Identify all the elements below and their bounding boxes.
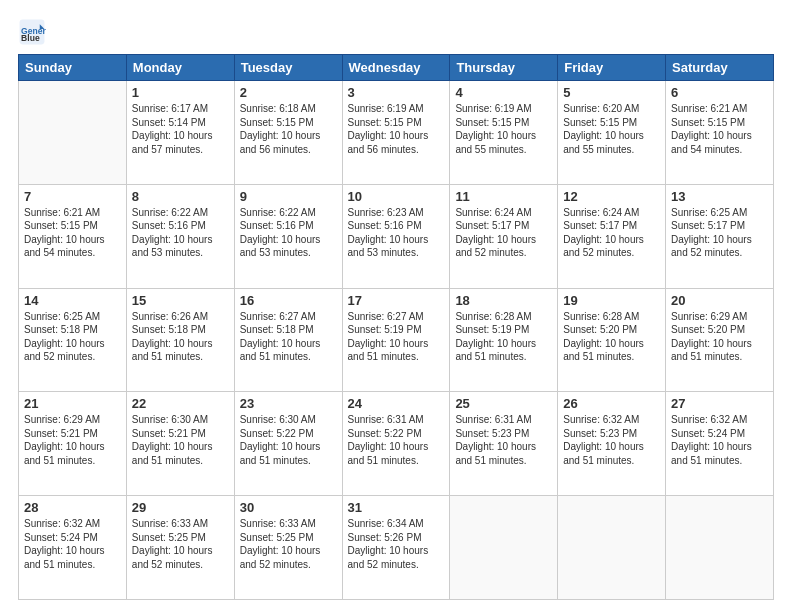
calendar-cell: 30Sunrise: 6:33 AM Sunset: 5:25 PM Dayli… — [234, 496, 342, 600]
day-info: Sunrise: 6:28 AM Sunset: 5:20 PM Dayligh… — [563, 310, 660, 364]
calendar-cell: 1Sunrise: 6:17 AM Sunset: 5:14 PM Daylig… — [126, 81, 234, 185]
calendar-week-row: 1Sunrise: 6:17 AM Sunset: 5:14 PM Daylig… — [19, 81, 774, 185]
weekday-header-monday: Monday — [126, 55, 234, 81]
calendar-cell: 29Sunrise: 6:33 AM Sunset: 5:25 PM Dayli… — [126, 496, 234, 600]
day-number: 19 — [563, 293, 660, 308]
day-info: Sunrise: 6:30 AM Sunset: 5:21 PM Dayligh… — [132, 413, 229, 467]
day-number: 8 — [132, 189, 229, 204]
day-info: Sunrise: 6:23 AM Sunset: 5:16 PM Dayligh… — [348, 206, 445, 260]
logo-icon: General Blue — [18, 18, 46, 46]
day-number: 5 — [563, 85, 660, 100]
day-number: 20 — [671, 293, 768, 308]
weekday-header-sunday: Sunday — [19, 55, 127, 81]
day-number: 7 — [24, 189, 121, 204]
day-info: Sunrise: 6:22 AM Sunset: 5:16 PM Dayligh… — [240, 206, 337, 260]
day-number: 22 — [132, 396, 229, 411]
day-number: 11 — [455, 189, 552, 204]
day-info: Sunrise: 6:32 AM Sunset: 5:23 PM Dayligh… — [563, 413, 660, 467]
weekday-header-tuesday: Tuesday — [234, 55, 342, 81]
day-number: 24 — [348, 396, 445, 411]
calendar-cell: 10Sunrise: 6:23 AM Sunset: 5:16 PM Dayli… — [342, 184, 450, 288]
calendar-cell — [19, 81, 127, 185]
day-number: 30 — [240, 500, 337, 515]
calendar-week-row: 7Sunrise: 6:21 AM Sunset: 5:15 PM Daylig… — [19, 184, 774, 288]
day-number: 29 — [132, 500, 229, 515]
calendar-week-row: 28Sunrise: 6:32 AM Sunset: 5:24 PM Dayli… — [19, 496, 774, 600]
weekday-header-wednesday: Wednesday — [342, 55, 450, 81]
day-info: Sunrise: 6:24 AM Sunset: 5:17 PM Dayligh… — [563, 206, 660, 260]
calendar-cell: 22Sunrise: 6:30 AM Sunset: 5:21 PM Dayli… — [126, 392, 234, 496]
calendar-week-row: 14Sunrise: 6:25 AM Sunset: 5:18 PM Dayli… — [19, 288, 774, 392]
day-info: Sunrise: 6:21 AM Sunset: 5:15 PM Dayligh… — [671, 102, 768, 156]
logo: General Blue — [18, 18, 50, 46]
day-number: 15 — [132, 293, 229, 308]
calendar-cell — [558, 496, 666, 600]
day-number: 16 — [240, 293, 337, 308]
day-number: 6 — [671, 85, 768, 100]
day-info: Sunrise: 6:31 AM Sunset: 5:23 PM Dayligh… — [455, 413, 552, 467]
day-number: 10 — [348, 189, 445, 204]
calendar-cell: 27Sunrise: 6:32 AM Sunset: 5:24 PM Dayli… — [666, 392, 774, 496]
day-info: Sunrise: 6:19 AM Sunset: 5:15 PM Dayligh… — [348, 102, 445, 156]
calendar-cell: 16Sunrise: 6:27 AM Sunset: 5:18 PM Dayli… — [234, 288, 342, 392]
weekday-header-friday: Friday — [558, 55, 666, 81]
calendar-cell: 25Sunrise: 6:31 AM Sunset: 5:23 PM Dayli… — [450, 392, 558, 496]
day-info: Sunrise: 6:25 AM Sunset: 5:18 PM Dayligh… — [24, 310, 121, 364]
calendar-cell: 28Sunrise: 6:32 AM Sunset: 5:24 PM Dayli… — [19, 496, 127, 600]
calendar-cell: 17Sunrise: 6:27 AM Sunset: 5:19 PM Dayli… — [342, 288, 450, 392]
svg-text:Blue: Blue — [21, 33, 40, 43]
day-number: 25 — [455, 396, 552, 411]
calendar-cell: 12Sunrise: 6:24 AM Sunset: 5:17 PM Dayli… — [558, 184, 666, 288]
page: General Blue SundayMondayTuesdayWednesda… — [0, 0, 792, 612]
day-info: Sunrise: 6:21 AM Sunset: 5:15 PM Dayligh… — [24, 206, 121, 260]
day-info: Sunrise: 6:29 AM Sunset: 5:20 PM Dayligh… — [671, 310, 768, 364]
header: General Blue — [18, 18, 774, 46]
day-info: Sunrise: 6:24 AM Sunset: 5:17 PM Dayligh… — [455, 206, 552, 260]
day-info: Sunrise: 6:34 AM Sunset: 5:26 PM Dayligh… — [348, 517, 445, 571]
day-number: 14 — [24, 293, 121, 308]
calendar-cell: 31Sunrise: 6:34 AM Sunset: 5:26 PM Dayli… — [342, 496, 450, 600]
day-number: 31 — [348, 500, 445, 515]
day-info: Sunrise: 6:26 AM Sunset: 5:18 PM Dayligh… — [132, 310, 229, 364]
day-info: Sunrise: 6:33 AM Sunset: 5:25 PM Dayligh… — [132, 517, 229, 571]
calendar-cell: 14Sunrise: 6:25 AM Sunset: 5:18 PM Dayli… — [19, 288, 127, 392]
calendar-cell: 13Sunrise: 6:25 AM Sunset: 5:17 PM Dayli… — [666, 184, 774, 288]
day-number: 27 — [671, 396, 768, 411]
calendar-cell: 2Sunrise: 6:18 AM Sunset: 5:15 PM Daylig… — [234, 81, 342, 185]
day-number: 4 — [455, 85, 552, 100]
day-info: Sunrise: 6:28 AM Sunset: 5:19 PM Dayligh… — [455, 310, 552, 364]
day-info: Sunrise: 6:30 AM Sunset: 5:22 PM Dayligh… — [240, 413, 337, 467]
calendar-cell: 15Sunrise: 6:26 AM Sunset: 5:18 PM Dayli… — [126, 288, 234, 392]
calendar-cell: 18Sunrise: 6:28 AM Sunset: 5:19 PM Dayli… — [450, 288, 558, 392]
day-info: Sunrise: 6:25 AM Sunset: 5:17 PM Dayligh… — [671, 206, 768, 260]
day-number: 28 — [24, 500, 121, 515]
calendar-cell: 5Sunrise: 6:20 AM Sunset: 5:15 PM Daylig… — [558, 81, 666, 185]
day-info: Sunrise: 6:32 AM Sunset: 5:24 PM Dayligh… — [671, 413, 768, 467]
day-info: Sunrise: 6:19 AM Sunset: 5:15 PM Dayligh… — [455, 102, 552, 156]
day-number: 23 — [240, 396, 337, 411]
calendar-cell: 23Sunrise: 6:30 AM Sunset: 5:22 PM Dayli… — [234, 392, 342, 496]
day-info: Sunrise: 6:31 AM Sunset: 5:22 PM Dayligh… — [348, 413, 445, 467]
calendar-cell: 6Sunrise: 6:21 AM Sunset: 5:15 PM Daylig… — [666, 81, 774, 185]
calendar-cell — [666, 496, 774, 600]
day-info: Sunrise: 6:29 AM Sunset: 5:21 PM Dayligh… — [24, 413, 121, 467]
calendar-cell: 8Sunrise: 6:22 AM Sunset: 5:16 PM Daylig… — [126, 184, 234, 288]
calendar-cell: 21Sunrise: 6:29 AM Sunset: 5:21 PM Dayli… — [19, 392, 127, 496]
day-number: 1 — [132, 85, 229, 100]
calendar-cell: 20Sunrise: 6:29 AM Sunset: 5:20 PM Dayli… — [666, 288, 774, 392]
calendar-cell: 4Sunrise: 6:19 AM Sunset: 5:15 PM Daylig… — [450, 81, 558, 185]
calendar-cell: 3Sunrise: 6:19 AM Sunset: 5:15 PM Daylig… — [342, 81, 450, 185]
day-number: 17 — [348, 293, 445, 308]
calendar-cell: 9Sunrise: 6:22 AM Sunset: 5:16 PM Daylig… — [234, 184, 342, 288]
day-number: 3 — [348, 85, 445, 100]
day-info: Sunrise: 6:33 AM Sunset: 5:25 PM Dayligh… — [240, 517, 337, 571]
weekday-header-thursday: Thursday — [450, 55, 558, 81]
day-info: Sunrise: 6:17 AM Sunset: 5:14 PM Dayligh… — [132, 102, 229, 156]
calendar-table: SundayMondayTuesdayWednesdayThursdayFrid… — [18, 54, 774, 600]
calendar-week-row: 21Sunrise: 6:29 AM Sunset: 5:21 PM Dayli… — [19, 392, 774, 496]
day-info: Sunrise: 6:27 AM Sunset: 5:18 PM Dayligh… — [240, 310, 337, 364]
calendar-cell — [450, 496, 558, 600]
day-number: 12 — [563, 189, 660, 204]
day-number: 13 — [671, 189, 768, 204]
day-number: 21 — [24, 396, 121, 411]
